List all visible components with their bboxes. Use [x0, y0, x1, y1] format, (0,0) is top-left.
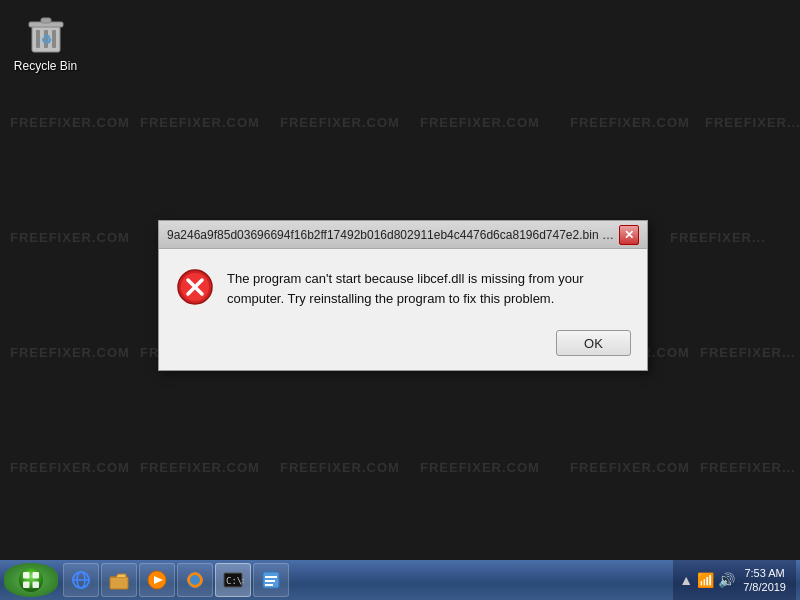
- svg-rect-16: [33, 582, 40, 589]
- watermark-4: FREEFIXER.COM: [420, 115, 540, 130]
- error-message: The program can't start because libcef.d…: [227, 269, 629, 308]
- tray-arrow-icon[interactable]: ▲: [679, 572, 693, 588]
- watermark-14: FREEFIXER...: [700, 345, 796, 360]
- clock-date: 7/8/2019: [743, 580, 786, 594]
- taskbar-explorer-button[interactable]: [101, 563, 137, 597]
- svg-rect-28: [265, 576, 277, 578]
- svg-rect-5: [41, 18, 51, 23]
- svg-rect-29: [265, 580, 275, 582]
- watermark-15: FREEFIXER.COM: [10, 460, 130, 475]
- taskbar-media-button[interactable]: [139, 563, 175, 597]
- watermark-19: FREEFIXER.COM: [570, 460, 690, 475]
- tray-volume-icon[interactable]: 🔊: [718, 572, 735, 588]
- svg-rect-14: [33, 572, 40, 579]
- start-button[interactable]: [4, 563, 58, 597]
- dialog-titlebar: 9a246a9f85d03696694f16b2ff17492b016d8029…: [159, 221, 647, 249]
- svg-rect-1: [36, 30, 40, 48]
- clock[interactable]: 7:53 AM 7/8/2019: [739, 566, 790, 595]
- svg-rect-30: [265, 584, 273, 586]
- watermark-5: FREEFIXER.COM: [570, 115, 690, 130]
- recycle-bin-icon[interactable]: ♻ Recycle Bin: [8, 8, 83, 73]
- svg-text:C:\>_: C:\>_: [226, 576, 244, 586]
- error-dialog: 9a246a9f85d03696694f16b2ff17492b016d8029…: [158, 220, 648, 371]
- dialog-title: 9a246a9f85d03696694f16b2ff17492b016d8029…: [167, 228, 619, 242]
- dialog-close-button[interactable]: ✕: [619, 225, 639, 245]
- watermark-2: FREEFIXER.COM: [140, 115, 260, 130]
- watermark-17: FREEFIXER.COM: [280, 460, 400, 475]
- taskbar-app-button[interactable]: [253, 563, 289, 597]
- svg-point-24: [190, 575, 200, 585]
- ok-button[interactable]: OK: [556, 330, 631, 356]
- watermark-20: FREEFIXER...: [700, 460, 796, 475]
- recycle-bin-label: Recycle Bin: [8, 59, 83, 73]
- watermark-9: FREEFIXER.COM: [10, 345, 130, 360]
- watermark-1: FREEFIXER.COM: [10, 115, 130, 130]
- dialog-footer: OK: [159, 324, 647, 370]
- watermark-6: FREEFIXER...: [705, 115, 800, 130]
- svg-rect-20: [110, 577, 128, 589]
- tray-icons: ▲ 📶 🔊: [679, 572, 735, 588]
- system-tray: ▲ 📶 🔊 7:53 AM 7/8/2019: [673, 560, 796, 600]
- svg-rect-15: [23, 582, 30, 589]
- watermark-3: FREEFIXER.COM: [280, 115, 400, 130]
- taskbar-cmd-button[interactable]: C:\>_: [215, 563, 251, 597]
- watermark-7: FREEFIXER.COM: [10, 230, 130, 245]
- watermark-8: FREEFIXER...: [670, 230, 766, 245]
- tray-network-icon[interactable]: 📶: [697, 572, 714, 588]
- taskbar: C:\>_ ▲ 📶 🔊 7:53 AM 7/8/2019: [0, 560, 800, 600]
- svg-point-12: [19, 568, 43, 592]
- error-icon: [177, 269, 213, 305]
- svg-text:♻: ♻: [40, 33, 51, 47]
- taskbar-firefox-button[interactable]: [177, 563, 213, 597]
- svg-rect-3: [52, 30, 56, 48]
- watermark-18: FREEFIXER.COM: [420, 460, 540, 475]
- dialog-body: The program can't start because libcef.d…: [159, 249, 647, 324]
- watermark-16: FREEFIXER.COM: [140, 460, 260, 475]
- taskbar-ie-button[interactable]: [63, 563, 99, 597]
- svg-rect-13: [23, 572, 30, 579]
- desktop: FREEFIXER.COM FREEFIXER.COM FREEFIXER.CO…: [0, 0, 800, 560]
- clock-time: 7:53 AM: [744, 566, 784, 580]
